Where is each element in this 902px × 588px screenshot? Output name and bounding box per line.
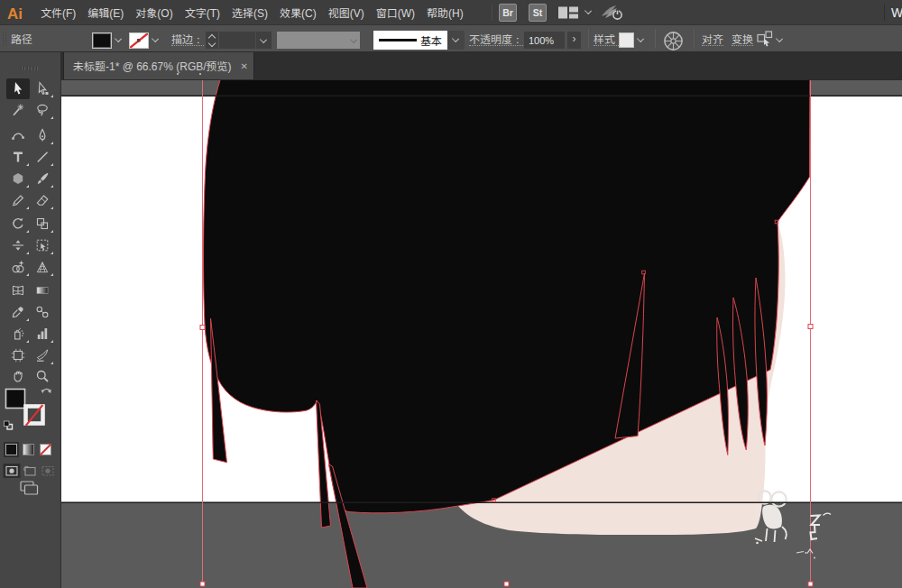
tool-perspective-grid[interactable] <box>31 257 54 278</box>
style-swatch[interactable] <box>619 32 634 48</box>
flyout-triangle-icon <box>51 207 53 209</box>
fill-color-indicator[interactable] <box>6 390 25 409</box>
tool-line[interactable] <box>31 147 54 168</box>
transform-label[interactable]: 变换 <box>732 25 753 51</box>
app-logo-icon[interactable]: Ai <box>7 1 23 24</box>
tool-pencil[interactable] <box>6 190 30 211</box>
stroke-width-stepper[interactable] <box>206 32 218 49</box>
swap-fill-stroke-icon[interactable] <box>41 389 51 393</box>
controlbar-gripper[interactable] <box>3 32 6 46</box>
tool-scale[interactable] <box>31 214 54 234</box>
tool-lasso[interactable] <box>31 100 54 121</box>
tools-panel-gripper[interactable] <box>21 67 40 70</box>
align-label[interactable]: 对齐 <box>702 25 723 51</box>
width-profile-combo-disabled <box>277 32 360 49</box>
brush-definition-chevron[interactable] <box>447 31 465 50</box>
menubar-divider-right <box>884 5 885 21</box>
flyout-triangle-icon <box>26 252 29 254</box>
fill-chevron-icon[interactable] <box>115 35 122 42</box>
stroke-label[interactable]: 描边： <box>171 25 204 51</box>
workspace-layout-icon[interactable] <box>557 5 579 20</box>
doodle-leg-2 <box>775 530 776 542</box>
controlbar-divider <box>694 29 695 49</box>
tool-free-transform[interactable] <box>31 235 54 256</box>
line-icon <box>35 150 50 164</box>
bbox-handle[interactable] <box>808 325 813 329</box>
selection-icon <box>11 81 25 96</box>
doodle-body <box>762 505 782 529</box>
signature-dot-2 <box>814 557 815 559</box>
tool-paintbrush[interactable] <box>31 169 54 189</box>
stroke-color-indicator[interactable] <box>26 405 43 426</box>
select-similar-chevron-icon[interactable] <box>776 35 783 42</box>
tool-gradient[interactable] <box>31 280 54 301</box>
bridge-button[interactable]: Br <box>499 4 517 22</box>
draw-behind-icon[interactable] <box>24 466 35 475</box>
menu-effect[interactable]: 效果(C) <box>277 0 319 25</box>
stroke-width-combo[interactable] <box>219 32 272 49</box>
stepper-down-icon[interactable] <box>207 39 215 46</box>
none-button[interactable] <box>41 445 51 455</box>
menu-type[interactable]: 文字(T) <box>182 0 223 25</box>
menu-file[interactable]: 文件(F) <box>38 0 78 25</box>
gradient-button[interactable] <box>23 445 34 455</box>
bbox-handle[interactable] <box>808 582 813 586</box>
menu-select[interactable]: 选择(S) <box>229 0 271 25</box>
magic-wand-icon <box>11 103 25 117</box>
tool-polygon[interactable] <box>6 169 30 189</box>
perspective-grid-icon <box>35 260 50 274</box>
opacity-label[interactable]: 不透明度： <box>469 25 523 51</box>
menu-view[interactable]: 视图(V) <box>326 0 367 25</box>
tool-pen[interactable] <box>31 125 54 146</box>
signature-mark-1 <box>796 552 804 554</box>
menu-help[interactable]: 帮助(H) <box>424 0 466 25</box>
tool-type[interactable] <box>6 147 30 168</box>
color-button[interactable] <box>6 445 17 455</box>
free-transform-icon <box>35 238 50 253</box>
stroke-chevron-icon[interactable] <box>152 35 159 42</box>
stock-button[interactable]: St <box>529 4 547 22</box>
bbox-handle[interactable] <box>200 582 205 586</box>
select-similar-objects-icon[interactable] <box>757 31 773 47</box>
menu-object[interactable]: 对象(O) <box>133 0 175 25</box>
gpu-performance-icon[interactable] <box>601 4 624 22</box>
tool-magic-wand[interactable] <box>6 100 30 121</box>
tool-mesh[interactable] <box>6 280 30 301</box>
controlbar-divider <box>655 29 656 49</box>
tools-panel <box>0 52 61 588</box>
tool-blend[interactable] <box>31 302 54 323</box>
brush-definition-combo[interactable]: 基本 <box>373 31 447 50</box>
tool-width[interactable] <box>6 235 30 256</box>
tool-direct-selection[interactable] <box>31 78 54 99</box>
stroke-width-chevron-icon[interactable] <box>260 36 267 43</box>
stroke-color-swatch[interactable] <box>129 32 149 49</box>
bbox-handle[interactable] <box>200 326 205 330</box>
tool-eraser[interactable] <box>31 190 54 211</box>
document-tab[interactable]: 未标题-1* @ 66.67% (RGB/预览) ✕ <box>63 52 254 79</box>
scale-icon <box>35 216 50 231</box>
menu-edit[interactable]: 编辑(E) <box>85 0 126 25</box>
recolor-artwork-icon[interactable] <box>663 31 684 51</box>
menu-window[interactable]: 窗口(W) <box>373 0 418 25</box>
tool-shape-builder[interactable] <box>6 257 30 278</box>
screen-mode-icon[interactable] <box>21 482 38 494</box>
opacity-options-button[interactable]: › <box>567 32 581 49</box>
polygon-icon <box>11 171 25 186</box>
fill-color-swatch[interactable] <box>92 32 112 49</box>
bbox-handle[interactable] <box>504 582 509 586</box>
default-fill-stroke-icon[interactable] <box>5 421 13 429</box>
tool-selection[interactable] <box>6 78 30 99</box>
opacity-input[interactable]: 100% <box>524 32 565 49</box>
tab-close-icon[interactable]: ✕ <box>241 52 248 78</box>
tool-eyedropper[interactable] <box>6 302 30 323</box>
tool-curvature[interactable] <box>6 125 30 146</box>
style-chevron-icon[interactable] <box>637 35 644 42</box>
tool-rotate[interactable] <box>6 214 30 234</box>
brush-definition-value: 基本 <box>420 31 442 50</box>
canvas-viewport[interactable] <box>61 79 902 588</box>
workspace-chevron-icon[interactable] <box>584 7 592 14</box>
draw-inside-icon[interactable] <box>42 467 53 476</box>
eyedropper-icon <box>11 305 25 319</box>
menubar-divider <box>492 5 492 21</box>
rotate-icon <box>11 216 25 231</box>
